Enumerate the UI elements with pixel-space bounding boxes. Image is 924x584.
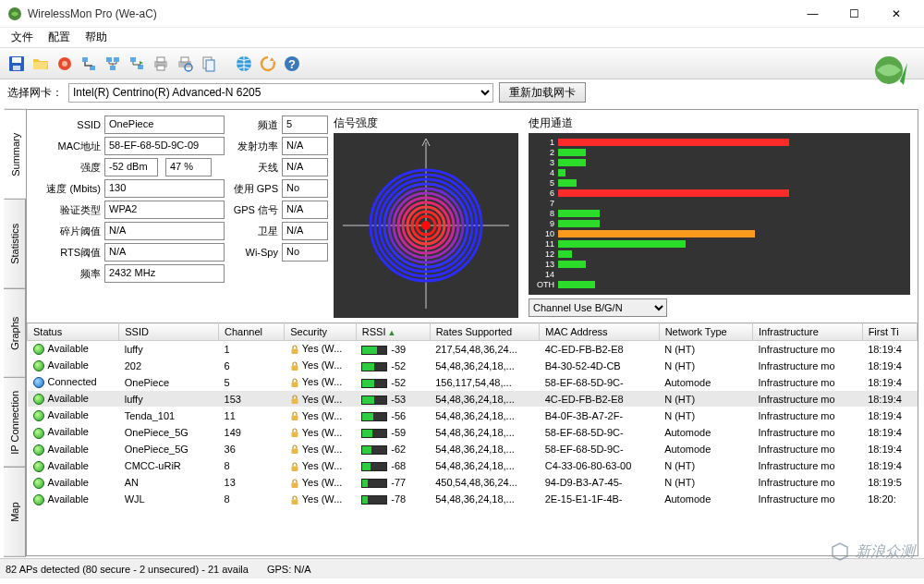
channel-bar-row: 10 bbox=[532, 228, 906, 238]
channel-label: 9 bbox=[532, 219, 554, 228]
freq-label: 频率 bbox=[34, 267, 101, 281]
svg-rect-43 bbox=[291, 383, 298, 388]
col-header[interactable]: Channel bbox=[219, 323, 285, 341]
svg-rect-41 bbox=[291, 348, 298, 354]
channel-label: 12 bbox=[532, 249, 554, 259]
col-header[interactable]: Infrastructure bbox=[753, 323, 863, 341]
channel-label: 2 bbox=[532, 148, 554, 157]
maximize-button[interactable]: ☐ bbox=[833, 0, 875, 28]
channel-bar bbox=[558, 240, 686, 248]
channel-value: 5 bbox=[282, 116, 328, 134]
tab-map[interactable]: Map bbox=[4, 467, 26, 557]
table-row[interactable]: AvailableOnePiece_5G149Yes (W...-5954,48… bbox=[28, 424, 918, 441]
network-table[interactable]: StatusSSIDChannelSecurityRSSI▲Rates Supp… bbox=[27, 322, 918, 508]
copy-icon[interactable] bbox=[198, 53, 220, 75]
rts-value: N/A bbox=[104, 243, 225, 262]
web-icon[interactable] bbox=[233, 53, 255, 75]
channel-bar-row: 12 bbox=[532, 249, 906, 259]
channel-mode-select[interactable]: Channel Use B/G/N bbox=[529, 298, 667, 317]
tab-statistics[interactable]: Statistics bbox=[4, 199, 26, 289]
minimize-button[interactable]: — bbox=[792, 0, 833, 28]
info-col-1: SSIDOnePiece MAC地址58-EF-68-5D-9C-09 强度-5… bbox=[34, 116, 225, 317]
tab-ip-connection[interactable]: IP Connection bbox=[4, 377, 26, 468]
channel-bar-row: 1 bbox=[532, 137, 906, 147]
print-preview-icon[interactable] bbox=[174, 53, 196, 75]
tab-summary[interactable]: Summary bbox=[4, 109, 27, 200]
gps-sig-label: GPS 信号 bbox=[228, 203, 278, 217]
svg-point-40 bbox=[421, 221, 431, 230]
reload-nic-button[interactable]: 重新加载网卡 bbox=[499, 82, 586, 103]
status-led-icon bbox=[33, 360, 44, 371]
refresh-icon[interactable] bbox=[257, 53, 279, 75]
tab-graphs[interactable]: Graphs bbox=[4, 288, 26, 379]
lock-icon bbox=[290, 462, 299, 472]
col-header[interactable]: First Ti bbox=[862, 323, 917, 341]
svg-rect-50 bbox=[291, 499, 298, 505]
table-row[interactable]: Availableluffy153Yes (W...-5354,48,36,24… bbox=[28, 391, 918, 408]
help-icon[interactable]: ? bbox=[281, 53, 303, 75]
svg-line-28 bbox=[426, 139, 430, 146]
table-row[interactable]: ConnectedOnePiece5Yes (W...-52156,117,54… bbox=[28, 374, 918, 391]
channel-label: 14 bbox=[532, 270, 554, 279]
table-row[interactable]: AvailableCMCC-uRiR8Yes (W...-6854,48,36,… bbox=[28, 457, 918, 474]
channel-label: 6 bbox=[532, 189, 554, 198]
col-header[interactable]: RSSI▲ bbox=[356, 323, 430, 341]
channel-bar-row: 4 bbox=[532, 167, 906, 177]
channel-bar bbox=[558, 261, 586, 268]
top-section: SSIDOnePiece MAC地址58-EF-68-5D-9C-09 强度-5… bbox=[27, 110, 918, 322]
col-header[interactable]: MAC Address bbox=[540, 323, 659, 341]
save-icon[interactable] bbox=[6, 53, 28, 75]
sat-label: 卫星 bbox=[228, 225, 278, 238]
open-folder-icon[interactable] bbox=[30, 53, 52, 75]
menu-help[interactable]: 帮助 bbox=[78, 28, 115, 47]
table-row[interactable]: AvailableAN13Yes (W...-77450,54,48,36,24… bbox=[28, 474, 918, 491]
lock-icon bbox=[290, 444, 299, 455]
col-header[interactable]: Security bbox=[285, 323, 357, 341]
nic-select[interactable]: Intel(R) Centrino(R) Advanced-N 6205 bbox=[68, 83, 493, 103]
table-row[interactable]: Availableluffy1Yes (W...-39217,54,48,36,… bbox=[28, 341, 918, 358]
channel-label: 3 bbox=[532, 158, 554, 167]
svg-rect-46 bbox=[291, 432, 298, 438]
signal-radar bbox=[334, 133, 518, 318]
close-button[interactable]: ✕ bbox=[875, 0, 917, 28]
table-row[interactable]: AvailableOnePiece_5G36Yes (W...-6254,48,… bbox=[28, 441, 918, 457]
table-row[interactable]: AvailableWJL8Yes (W...-7854,48,36,24,18,… bbox=[28, 491, 918, 507]
rssi-bar bbox=[361, 445, 387, 455]
txpower-label: 发射功率 bbox=[228, 140, 278, 153]
col-header[interactable]: Status bbox=[28, 323, 119, 341]
network-1-icon[interactable] bbox=[78, 53, 100, 75]
app-icon bbox=[7, 6, 22, 21]
col-header[interactable]: Network Type bbox=[659, 323, 752, 341]
strength-pct-value: 47 % bbox=[165, 158, 212, 176]
nic-selector-row: 选择网卡： Intel(R) Centrino(R) Advanced-N 62… bbox=[0, 79, 924, 105]
channel-bar-row: 9 bbox=[532, 218, 906, 228]
status-led-icon bbox=[33, 494, 44, 505]
table-row[interactable]: Available2026Yes (W...-5254,48,36,24,18,… bbox=[28, 358, 918, 374]
menubar: 文件 配置 帮助 bbox=[0, 28, 924, 48]
record-icon[interactable] bbox=[54, 53, 76, 75]
sat-value: N/A bbox=[282, 222, 328, 240]
svg-rect-42 bbox=[291, 365, 298, 371]
network-run-icon[interactable] bbox=[126, 53, 148, 75]
signal-title: 信号强度 bbox=[334, 116, 523, 131]
menu-config[interactable]: 配置 bbox=[41, 28, 78, 47]
status-led-icon bbox=[33, 461, 44, 472]
channel-bar-row: 11 bbox=[532, 238, 906, 249]
status-gps: GPS: N/A bbox=[267, 564, 311, 575]
col-header[interactable]: Rates Supported bbox=[430, 323, 540, 341]
lock-icon bbox=[290, 345, 299, 355]
svg-rect-15 bbox=[157, 66, 164, 70]
col-header[interactable]: SSID bbox=[119, 323, 219, 341]
menu-file[interactable]: 文件 bbox=[4, 28, 41, 47]
rts-label: RTS阈值 bbox=[34, 246, 101, 260]
rssi-bar bbox=[361, 462, 387, 471]
horizontal-scrollbar[interactable] bbox=[27, 518, 918, 534]
channel-label: 7 bbox=[532, 199, 554, 208]
print-icon[interactable] bbox=[150, 53, 172, 75]
table-row[interactable]: AvailableTenda_10111Yes (W...-5654,48,36… bbox=[28, 408, 918, 424]
lock-icon bbox=[290, 395, 299, 405]
channel-title: 使用通道 bbox=[529, 116, 910, 131]
lock-icon bbox=[290, 378, 299, 388]
network-2-icon[interactable] bbox=[102, 53, 124, 75]
auth-value: WPA2 bbox=[104, 201, 225, 219]
